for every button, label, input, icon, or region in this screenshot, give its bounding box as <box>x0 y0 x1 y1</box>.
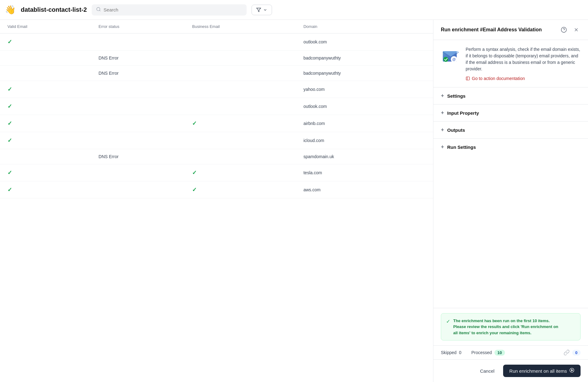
cell-business-email <box>185 33 296 51</box>
cell-business-email <box>185 51 296 66</box>
info-description: Perform a syntax analysis, check if the … <box>466 46 581 72</box>
accordion-item-run-settings[interactable]: + Run Settings <box>433 138 588 155</box>
valid-email-check: ✓ <box>7 86 12 92</box>
cell-error-status: DNS Error <box>91 66 185 81</box>
accordion-plus-icon: + <box>441 93 444 99</box>
cell-business-email: ✓ <box>185 164 296 181</box>
valid-email-check: ✓ <box>7 103 12 109</box>
right-panel: Run enrichment #Email Address Validation <box>433 20 588 382</box>
cell-valid-email <box>0 66 91 81</box>
accordion-item-settings[interactable]: + Settings <box>433 87 588 104</box>
business-email-check: ✓ <box>192 120 197 127</box>
cell-valid-email <box>0 149 91 164</box>
app-header: 👋 datablist-contact-list-2 <box>0 0 588 20</box>
accordion-label: Outputs <box>447 127 465 133</box>
enrichment-notice: ✓ The enrichment has been run on the fir… <box>441 313 581 341</box>
svg-text:@: @ <box>452 57 456 61</box>
play-circle-icon <box>569 368 574 373</box>
cell-business-email: ✓ <box>185 181 296 198</box>
processed-label: Processed <box>471 350 492 355</box>
table-row: ✓✓aws.com <box>0 181 433 198</box>
cell-error-status: DNS Error <box>91 149 185 164</box>
search-icon <box>96 7 101 13</box>
cell-business-email: ✓ <box>185 115 296 132</box>
accordion-item-input-property[interactable]: + Input Property <box>433 104 588 121</box>
panel-body: @ Perform a syntax analysis, check if th… <box>433 40 588 308</box>
cell-business-email <box>185 149 296 164</box>
svg-marker-2 <box>257 8 261 12</box>
filter-button[interactable] <box>252 5 272 15</box>
svg-point-10 <box>443 57 448 62</box>
envelope-svg: @ <box>441 46 461 66</box>
link-icon <box>564 349 570 356</box>
cell-valid-email: ✓ <box>0 98 91 115</box>
col-valid-email: Valid Email <box>0 20 91 33</box>
link-value: 0 <box>572 350 581 356</box>
col-error-status: Error status <box>91 20 185 33</box>
cell-valid-email: ✓ <box>0 164 91 181</box>
app-title: datablist-contact-list-2 <box>21 6 87 13</box>
help-icon <box>561 27 567 33</box>
help-button[interactable] <box>559 25 568 34</box>
info-section: @ Perform a syntax analysis, check if th… <box>433 40 588 87</box>
accordion-label: Run Settings <box>447 144 476 150</box>
business-email-check: ✓ <box>192 187 197 193</box>
email-validation-icon: @ <box>441 46 461 66</box>
valid-email-check: ✓ <box>7 39 12 45</box>
link-stat: 0 <box>564 349 581 356</box>
close-icon <box>573 27 579 33</box>
table-row: DNS Errorbadcompanywuthty <box>0 51 433 66</box>
table-row: DNS Errorspamdomain.uk <box>0 149 433 164</box>
close-button[interactable] <box>572 25 581 34</box>
cell-business-email <box>185 66 296 81</box>
table-row: ✓outlook.com <box>0 33 433 51</box>
chevron-down-icon <box>263 8 267 12</box>
processed-stat: Processed 10 <box>471 350 505 356</box>
accordion-plus-icon: + <box>441 127 444 133</box>
cell-domain: outlook.com <box>296 33 433 51</box>
search-input[interactable] <box>103 7 242 12</box>
accordion-label: Input Property <box>447 110 479 116</box>
cell-business-email <box>185 132 296 149</box>
doc-link-icon <box>466 76 470 81</box>
panel-header: Run enrichment #Email Address Validation <box>433 20 588 40</box>
cell-error-status: DNS Error <box>91 51 185 66</box>
table-area[interactable]: Valid Email Error status Business Email … <box>0 20 433 382</box>
run-enrichment-button[interactable]: Run enrichment on all items <box>503 365 581 377</box>
action-row: Cancel Run enrichment on all items <box>433 359 588 382</box>
cancel-button[interactable]: Cancel <box>475 365 499 377</box>
table-row: DNS Errorbadcompanywuthty <box>0 66 433 81</box>
cell-valid-email: ✓ <box>0 181 91 198</box>
search-bar[interactable] <box>92 4 247 16</box>
cell-error-status <box>91 115 185 132</box>
svg-rect-11 <box>466 77 470 80</box>
svg-marker-14 <box>572 369 573 371</box>
stats-row: Skipped 0 Processed 10 0 <box>433 345 588 359</box>
business-email-check: ✓ <box>192 170 197 176</box>
cell-domain: icloud.com <box>296 132 433 149</box>
accordion-plus-icon: + <box>441 144 444 150</box>
valid-email-check: ✓ <box>7 137 12 144</box>
skipped-stat: Skipped 0 <box>441 350 461 355</box>
run-btn-label: Run enrichment on all items <box>509 368 567 374</box>
notice-check-icon: ✓ <box>446 318 450 324</box>
doc-link[interactable]: Go to action documentation <box>466 76 581 81</box>
valid-email-check: ✓ <box>7 170 12 176</box>
panel-footer: ✓ The enrichment has been run on the fir… <box>433 308 588 382</box>
cell-valid-email <box>0 51 91 66</box>
app-logo: 👋 <box>5 5 16 15</box>
play-icon <box>569 368 574 374</box>
cell-domain: aws.com <box>296 181 433 198</box>
cell-valid-email: ✓ <box>0 81 91 98</box>
cell-business-email <box>185 81 296 98</box>
table-row: ✓✓tesla.com <box>0 164 433 181</box>
notice-text: The enrichment has been run on the first… <box>453 318 558 336</box>
accordion-item-outputs[interactable]: + Outputs <box>433 121 588 138</box>
accordion-sections: + Settings + Input Property + Outputs + … <box>433 87 588 155</box>
cell-valid-email: ✓ <box>0 115 91 132</box>
table-row: ✓✓airbnb.com <box>0 115 433 132</box>
valid-email-check: ✓ <box>7 120 12 127</box>
cell-domain: outlook.com <box>296 98 433 115</box>
cell-domain: badcompanywuthty <box>296 66 433 81</box>
col-business-email: Business Email <box>185 20 296 33</box>
